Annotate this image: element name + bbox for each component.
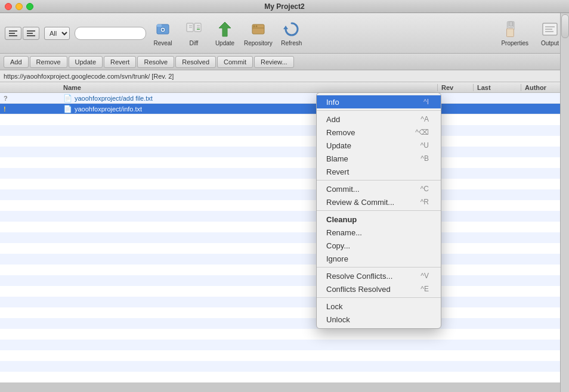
file-path: yaoohfoxproject/info.txt [75, 105, 142, 113]
file-path: yaoohfoxproject/add file.txt [75, 95, 153, 102]
window-title: My Project2 [264, 2, 304, 11]
header-name: Name [60, 84, 438, 91]
reveal-label: Reveal [153, 40, 172, 46]
window-controls[interactable] [5, 3, 33, 10]
filler-row [0, 307, 569, 318]
menu-item-cleanup[interactable]: Cleanup [317, 213, 441, 226]
review-button[interactable]: Review... [254, 56, 294, 68]
filler-row [0, 297, 569, 307]
diff-button[interactable]: Diff [180, 15, 208, 51]
refresh-icon [282, 20, 301, 39]
filler-row [0, 340, 569, 350]
filler-row [0, 157, 569, 168]
maximize-button[interactable] [26, 3, 33, 10]
table-row[interactable]: ? 📄 yaoohfoxproject/add file.txt [0, 93, 569, 104]
menu-item-label: Info [326, 98, 339, 107]
menu-separator [317, 297, 441, 298]
svg-point-15 [255, 26, 257, 27]
menu-item-add[interactable]: Add ^A [317, 113, 441, 126]
resolved-button[interactable]: Resolved [175, 56, 216, 68]
output-icon [540, 20, 559, 39]
menu-item-resolve-conflicts[interactable]: Resolve Conflicts... ^V [317, 269, 441, 282]
menu-separator [317, 110, 441, 111]
commit-button[interactable]: Commit [217, 56, 253, 68]
menu-item-blame[interactable]: Blame ^B [317, 152, 441, 165]
menu-item-copy[interactable]: Copy... [317, 239, 441, 252]
update-button[interactable]: Update [211, 15, 239, 51]
scrollbar-thumb[interactable] [561, 14, 569, 38]
menu-item-ignore[interactable]: Ignore [317, 252, 441, 265]
menu-item-remove[interactable]: Remove ^⌫ [317, 126, 441, 139]
menu-item-rename[interactable]: Rename... [317, 226, 441, 239]
filler-row [0, 254, 569, 265]
svg-point-14 [253, 26, 255, 27]
update-icon [215, 20, 234, 39]
path-text: https://yaoohfoxproject.googlecode.com/s… [4, 73, 174, 80]
menu-item-shortcut: ^E [420, 285, 429, 293]
filler-row [0, 243, 569, 254]
toolbar: All Reveal D [0, 13, 569, 54]
filler-row [0, 265, 569, 275]
status-indicator: ? [4, 95, 8, 102]
menu-item-shortcut: ^U [420, 141, 429, 150]
search-input[interactable] [75, 27, 146, 40]
detail-view-button[interactable] [23, 27, 39, 40]
menu-item-revert[interactable]: Revert [317, 165, 441, 178]
menu-item-label: Commit... [326, 185, 360, 194]
view-toggle-group [5, 27, 39, 40]
svg-point-3 [162, 29, 164, 31]
menu-item-label: Remove [326, 128, 355, 137]
add-button[interactable]: Add [4, 56, 29, 68]
update-action-button[interactable]: Update [69, 56, 103, 68]
filler-row [0, 211, 569, 222]
filler-row [0, 189, 569, 200]
filter-select[interactable]: All [44, 27, 70, 40]
menu-item-label: Unlock [326, 315, 350, 324]
list-view-button[interactable] [5, 27, 21, 40]
menu-item-label: Revert [326, 167, 349, 176]
menu-item-shortcut: ^I [423, 98, 429, 106]
path-bar: https://yaoohfoxproject.googlecode.com/s… [0, 70, 569, 82]
menu-item-update[interactable]: Update ^U [317, 139, 441, 152]
menu-separator [317, 267, 441, 267]
menu-item-label: Update [326, 141, 351, 150]
file-icon: 📄 [63, 94, 72, 102]
status-indicator: ! [4, 105, 6, 113]
menu-item-label: Lock [326, 302, 342, 311]
menu-item-conflicts-resolved[interactable]: Conflicts Resolved ^E [317, 282, 441, 295]
properties-icon [505, 20, 524, 39]
menu-item-commit[interactable]: Commit... ^C [317, 182, 441, 195]
toolbar-left: All [5, 27, 146, 40]
filler-row [0, 168, 569, 179]
close-button[interactable] [5, 3, 12, 10]
reveal-button[interactable]: Reveal [149, 15, 177, 51]
table-row[interactable]: ! 📄 yaoohfoxproject/info.txt [0, 104, 569, 114]
repository-button[interactable]: Repository [242, 15, 275, 51]
filler-row [0, 179, 569, 189]
menu-item-review[interactable]: Review & Commit... ^R [317, 195, 441, 209]
filler-row [0, 318, 569, 329]
filler-rows [0, 114, 569, 382]
reveal-icon [153, 20, 172, 39]
menu-item-label: Ignore [326, 254, 348, 263]
revert-button[interactable]: Revert [104, 56, 136, 68]
resolve-button[interactable]: Resolve [137, 56, 174, 68]
filler-row [0, 232, 569, 243]
refresh-button[interactable]: Refresh [277, 15, 306, 51]
filler-row [0, 125, 569, 136]
diff-icon [184, 20, 203, 39]
update-label: Update [215, 40, 234, 46]
menu-item-label: Blame [326, 154, 348, 163]
filler-row [0, 114, 569, 125]
scrollbar[interactable] [560, 13, 569, 392]
output-label: Output [541, 40, 559, 46]
menu-item-lock[interactable]: Lock [317, 300, 441, 313]
svg-rect-19 [509, 21, 513, 26]
menu-item-info[interactable]: Info ^I [317, 95, 441, 108]
properties-button[interactable]: Properties [499, 15, 531, 51]
minimize-button[interactable] [16, 3, 23, 10]
menu-item-shortcut: ^C [420, 185, 429, 193]
menu-item-unlock[interactable]: Unlock [317, 313, 441, 326]
menu-item-label: Review & Commit... [326, 198, 394, 207]
remove-button[interactable]: Remove [30, 56, 67, 68]
